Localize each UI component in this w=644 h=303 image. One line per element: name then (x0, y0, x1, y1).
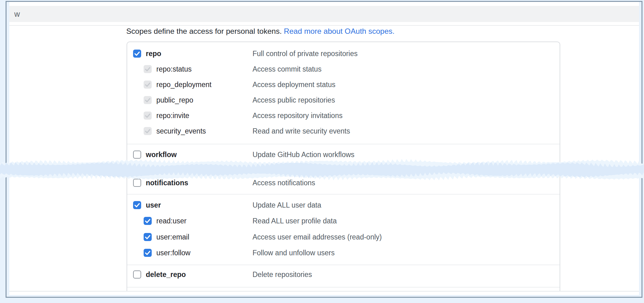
scope-row-user:follow: user:followFollow and unfollow users (127, 248, 560, 258)
scope-row-security_events: security_eventsRead and write security e… (127, 126, 560, 136)
scope-row-user:email: user:emailAccess user email addresses (r… (127, 232, 560, 242)
scope-group-divider (127, 194, 560, 195)
scope-description-security_events: Read and write security events (253, 126, 350, 136)
scope-description-repo: Full control of private repositories (253, 48, 358, 59)
checkbox-repo:status (144, 65, 152, 73)
bottom-divider (9, 291, 639, 292)
scope-description-user: Update ALL user data (253, 200, 321, 210)
scope-row-repo_deployment: repo_deploymentAccess deployment status (127, 79, 560, 90)
scope-description-notifications: Access notifications (253, 178, 315, 188)
scope-description-workflow: Update GitHub Action workflows (253, 149, 355, 160)
scope-row-notifications: notificationsAccess notifications (127, 178, 560, 188)
scope-group-divider (127, 265, 560, 265)
checkbox-user:follow[interactable] (144, 249, 152, 257)
scope-description-public_repo: Access public repositories (253, 95, 335, 105)
scope-description-repo:invite: Access repository invitations (253, 110, 342, 121)
scope-row-public_repo: public_repoAccess public repositories (127, 95, 560, 105)
scope-label-repo_deployment: repo_deployment (156, 79, 212, 90)
scope-label-repo:invite: repo:invite (156, 110, 189, 121)
checkbox-notifications[interactable] (133, 179, 141, 187)
scopes-caption-text: Scopes define the access for personal to… (126, 27, 284, 35)
scope-label-delete_repo: delete_repo (146, 269, 186, 280)
scope-row-repo:invite: repo:inviteAccess repository invitations (127, 110, 560, 121)
header-divider (9, 25, 639, 26)
scope-label-repo:status: repo:status (156, 64, 192, 74)
scope-row-user: userUpdate ALL user data (127, 200, 560, 210)
checkbox-read:user[interactable] (144, 217, 152, 225)
checkbox-repo_deployment (144, 81, 152, 89)
checkbox-repo[interactable] (133, 50, 141, 58)
scope-label-read:user: read:user (156, 216, 186, 226)
scope-label-user:email: user:email (156, 232, 189, 242)
scopes-list-box: repoFull control of private repositories… (127, 42, 560, 292)
scope-description-read:user: Read ALL user profile data (253, 216, 337, 226)
scope-label-user:follow: user:follow (156, 248, 190, 258)
checkbox-user:email[interactable] (144, 233, 152, 241)
scope-label-repo: repo (146, 48, 161, 59)
scope-row-repo:status: repo:statusAccess commit status (127, 64, 560, 74)
token-note-input[interactable] (9, 6, 639, 22)
scopes-caption: Scopes define the access for personal to… (126, 27, 395, 36)
screenshot-stage: Scopes define the access for personal to… (0, 0, 644, 303)
scope-label-public_repo: public_repo (156, 95, 193, 105)
scope-description-delete_repo: Delete repositories (253, 269, 312, 280)
scope-description-repo:status: Access commit status (253, 64, 321, 74)
scope-group-divider (127, 144, 560, 144)
scope-label-notifications: notifications (146, 178, 188, 188)
checkbox-delete_repo[interactable] (133, 270, 141, 279)
checkbox-public_repo (144, 96, 152, 104)
scope-description-user:email: Access user email addresses (read-only) (253, 232, 382, 242)
checkbox-user[interactable] (133, 201, 141, 209)
scope-row-delete_repo: delete_repoDelete repositories (127, 269, 560, 280)
scope-description-repo_deployment: Access deployment status (253, 79, 335, 90)
checkbox-workflow[interactable] (133, 151, 141, 159)
checkbox-repo:invite (144, 112, 152, 120)
scope-row-repo: repoFull control of private repositories (127, 48, 560, 59)
checkbox-security_events (144, 127, 152, 135)
oauth-scopes-link[interactable]: Read more about OAuth scopes. (284, 27, 395, 35)
scope-label-workflow: workflow (146, 149, 177, 160)
scope-description-user:follow: Follow and unfollow users (253, 248, 335, 258)
scope-group-divider (127, 287, 560, 288)
scope-row-read:user: read:userRead ALL user profile data (127, 216, 560, 226)
scope-row-workflow: workflowUpdate GitHub Action workflows (127, 149, 560, 160)
scope-label-security_events: security_events (156, 126, 206, 136)
scope-label-user: user (146, 200, 161, 210)
